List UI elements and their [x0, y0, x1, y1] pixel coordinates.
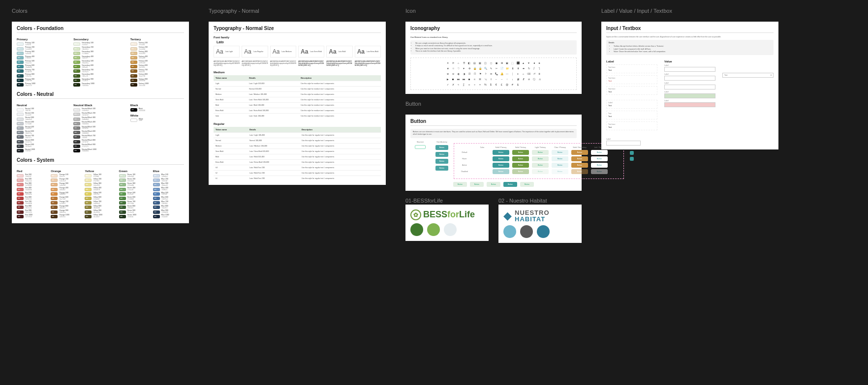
- library-icon[interactable]: ▲: [522, 61, 526, 65]
- sample-button[interactable]: Button: [552, 150, 568, 155]
- color-swatch[interactable]: [73, 113, 80, 116]
- sample-button[interactable]: Button: [453, 182, 467, 187]
- library-icon[interactable]: ◻: [489, 61, 493, 65]
- sample-button[interactable]: Button: [493, 169, 509, 174]
- library-icon[interactable]: ✎: [489, 66, 493, 70]
- color-swatch[interactable]: [51, 192, 58, 196]
- color-swatch[interactable]: [130, 83, 137, 87]
- color-swatch[interactable]: [17, 145, 24, 148]
- color-swatch[interactable]: [119, 206, 126, 209]
- color-swatch[interactable]: [17, 122, 24, 125]
- color-swatch[interactable]: [153, 174, 160, 178]
- color-swatch[interactable]: [17, 131, 24, 134]
- library-icon[interactable]: ⊞: [500, 61, 504, 65]
- color-swatch[interactable]: [17, 42, 24, 46]
- sample-button[interactable]: Button: [571, 169, 588, 174]
- color-swatch[interactable]: [17, 178, 24, 182]
- color-swatch[interactable]: [119, 201, 126, 205]
- color-swatch[interactable]: [130, 79, 137, 82]
- color-swatch[interactable]: [153, 188, 160, 191]
- color-swatch[interactable]: [73, 118, 80, 121]
- color-swatch[interactable]: [17, 56, 24, 59]
- sample-button[interactable]: Button: [591, 150, 608, 155]
- color-swatch[interactable]: [51, 174, 58, 178]
- library-icon[interactable]: ▦: [478, 61, 482, 65]
- library-icon[interactable]: ↻: [527, 66, 531, 70]
- color-swatch[interactable]: [73, 145, 80, 148]
- color-swatch[interactable]: [17, 140, 24, 144]
- library-icon[interactable]: 📄: [500, 66, 504, 70]
- brand-color-swatch[interactable]: [427, 223, 440, 236]
- library-icon[interactable]: ⊕: [446, 72, 450, 76]
- library-icon[interactable]: ⬚: [511, 61, 515, 65]
- color-swatch[interactable]: [85, 215, 92, 218]
- color-swatch[interactable]: [73, 149, 80, 152]
- color-swatch[interactable]: [17, 215, 24, 218]
- library-icon[interactable]: →: [500, 77, 504, 81]
- color-swatch[interactable]: [130, 118, 137, 122]
- color-swatch[interactable]: [17, 65, 24, 68]
- library-icon[interactable]: ⚠: [538, 77, 542, 81]
- textbox-input[interactable]: [664, 93, 715, 98]
- color-swatch[interactable]: [73, 42, 80, 46]
- color-swatch[interactable]: [73, 83, 80, 87]
- color-swatch[interactable]: [153, 210, 160, 214]
- color-swatch[interactable]: [85, 178, 92, 182]
- color-swatch[interactable]: [73, 135, 80, 139]
- sample-button[interactable]: Button: [552, 169, 568, 174]
- library-icon[interactable]: ↑: [505, 77, 509, 81]
- library-icon[interactable]: ⊖: [451, 72, 455, 76]
- color-swatch[interactable]: [73, 60, 80, 64]
- library-icon[interactable]: ⌕: [522, 72, 526, 76]
- sample-button[interactable]: Button: [532, 156, 549, 161]
- library-icon[interactable]: ⬆: [516, 66, 520, 70]
- color-swatch[interactable]: [73, 131, 80, 134]
- color-swatch[interactable]: [130, 74, 137, 78]
- color-swatch[interactable]: [73, 47, 80, 51]
- sample-button[interactable]: Button: [493, 150, 509, 155]
- color-swatch[interactable]: [17, 183, 24, 186]
- library-icon[interactable]: 🔍: [484, 66, 488, 70]
- sample-button[interactable]: Button: [552, 156, 568, 161]
- anatomy-button[interactable]: Button: [435, 159, 448, 164]
- library-icon[interactable]: ⏎: [532, 72, 536, 76]
- anatomy-button[interactable]: Button: [435, 166, 448, 171]
- color-swatch[interactable]: [130, 60, 137, 64]
- color-swatch[interactable]: [85, 174, 92, 178]
- color-swatch[interactable]: [73, 79, 80, 82]
- library-icon[interactable]: ⌫: [527, 72, 531, 76]
- color-swatch[interactable]: [51, 210, 58, 214]
- library-icon[interactable]: ⬌: [522, 66, 526, 70]
- color-swatch[interactable]: [130, 56, 137, 59]
- color-swatch[interactable]: [51, 183, 58, 186]
- color-swatch[interactable]: [51, 178, 58, 182]
- library-icon[interactable]: @: [505, 83, 509, 87]
- sample-button[interactable]: Button: [487, 182, 500, 187]
- color-swatch[interactable]: [51, 188, 58, 191]
- library-icon[interactable]: ☑: [467, 72, 471, 76]
- library-icon[interactable]: ▤: [473, 61, 477, 65]
- library-icon[interactable]: ♥: [462, 66, 466, 70]
- library-icon[interactable]: ⏺: [467, 77, 471, 81]
- library-icon[interactable]: ×: [478, 83, 482, 87]
- library-icon[interactable]: ⚐: [484, 72, 488, 76]
- library-icon[interactable]: 📁: [505, 66, 509, 70]
- sample-button[interactable]: Button: [470, 182, 484, 187]
- color-swatch[interactable]: [73, 140, 80, 144]
- library-icon[interactable]: 🔒: [473, 66, 477, 70]
- color-swatch[interactable]: [17, 60, 24, 64]
- color-swatch[interactable]: [17, 192, 24, 196]
- brand-color-swatch[interactable]: [520, 225, 533, 238]
- library-icon[interactable]: ⇧: [489, 77, 493, 81]
- color-swatch[interactable]: [17, 52, 24, 55]
- library-icon[interactable]: ⏸: [538, 72, 542, 76]
- library-icon[interactable]: ⤵: [538, 66, 542, 70]
- library-icon[interactable]: ↓: [511, 77, 515, 81]
- color-swatch[interactable]: [85, 192, 92, 196]
- library-icon[interactable]: ⌘: [478, 77, 482, 81]
- color-swatch[interactable]: [17, 210, 24, 214]
- sample-button[interactable]: Button: [571, 163, 588, 168]
- library-icon[interactable]: ⚑: [478, 72, 482, 76]
- color-swatch[interactable]: [17, 74, 24, 78]
- sample-button[interactable]: Button: [493, 156, 509, 161]
